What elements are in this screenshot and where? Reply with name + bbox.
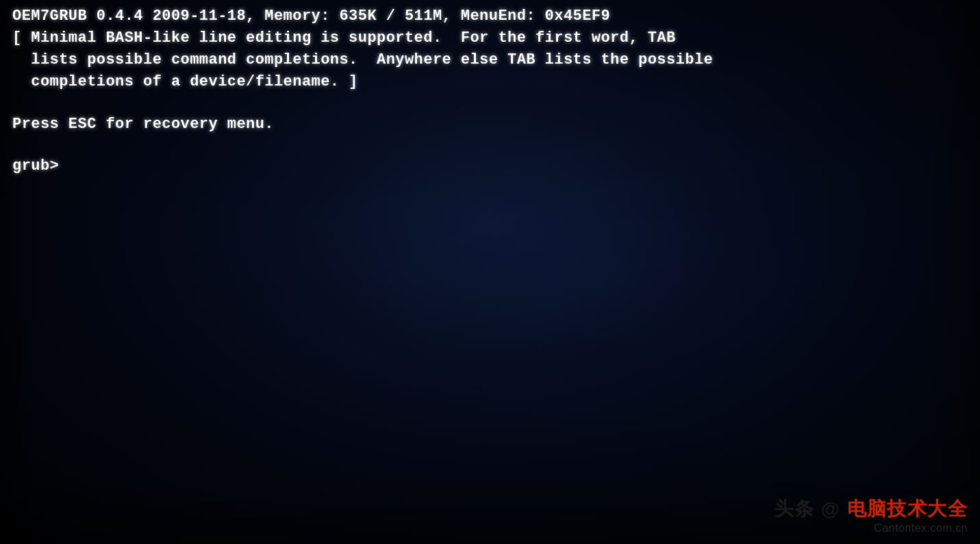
watermark-tech: 电脑技术大全 [847,498,968,519]
terminal-line-1: OEM7GRUB 0.4.4 2009-11-18, Memory: 635K … [12,5,968,27]
terminal-line-3: lists possible command completions. Anyw… [12,49,968,71]
terminal-content: OEM7GRUB 0.4.4 2009-11-18, Memory: 635K … [0,0,980,183]
watermark-toutiao: 头条 [775,498,815,519]
blank-line-1 [12,93,968,114]
watermark-brand-line: 头条 @ 电脑技术大全 [775,496,968,522]
terminal-line-2: [ Minimal BASH-like line editing is supp… [12,27,968,49]
blank-line-2 [12,135,968,155]
watermark-at: @ [821,498,841,519]
watermark: 头条 @ 电脑技术大全 Cantontex.com.cn [775,496,968,534]
terminal-screen: OEM7GRUB 0.4.4 2009-11-18, Memory: 635K … [0,0,980,544]
terminal-prompt[interactable]: grub> [12,155,968,177]
terminal-line-4: completions of a device/filename. ] [12,71,968,93]
watermark-url: Cantontex.com.cn [874,522,968,534]
terminal-line-6: Press ESC for recovery menu. [12,114,968,135]
